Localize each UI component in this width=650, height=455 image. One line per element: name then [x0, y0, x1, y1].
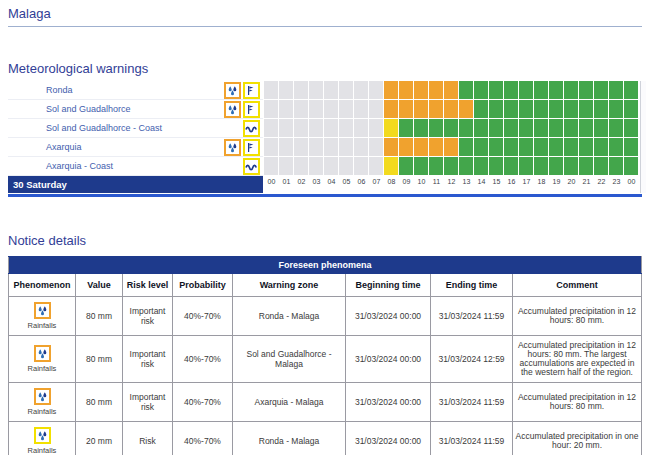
warning-cell — [459, 138, 473, 156]
column-header: Risk level — [123, 274, 173, 297]
phenomenon-cell: Rainfalls — [9, 336, 76, 383]
beginning-time-cell: 31/03/2024 00:00 — [346, 383, 431, 422]
hour-tick: 11 — [429, 178, 444, 185]
ending-time-cell: 31/03/2024 11:59 — [431, 383, 513, 422]
phenomenon-label: Rainfalls — [11, 364, 73, 373]
warning-cell — [399, 119, 413, 137]
coastal-icon — [243, 120, 260, 137]
warning-cell — [339, 119, 353, 137]
warning-cell — [279, 157, 293, 175]
hour-tick: 18 — [534, 178, 549, 185]
warning-cell — [549, 81, 563, 99]
rain-icon — [224, 139, 241, 156]
warning-cell — [444, 81, 458, 99]
warning-cell — [579, 81, 593, 99]
chart-scrollbar[interactable] — [640, 81, 646, 193]
hour-tick: 15 — [489, 178, 504, 185]
warning-cell — [414, 157, 428, 175]
warning-cell — [414, 81, 428, 99]
column-header: Comment — [513, 274, 642, 297]
warning-cell — [339, 138, 353, 156]
warning-cell — [504, 119, 518, 137]
value-cell: 20 mm — [76, 422, 123, 455]
risk-level-cell: Important risk — [123, 336, 173, 383]
warning-cell — [504, 157, 518, 175]
warning-cell — [369, 138, 383, 156]
warning-cell — [264, 138, 278, 156]
warning-cell — [489, 119, 503, 137]
notice-section-heading: Notice details — [8, 233, 642, 248]
warning-cell — [624, 81, 638, 99]
phenomenon-label: Rainfalls — [11, 446, 73, 455]
warning-cell — [624, 119, 638, 137]
beginning-time-cell: 31/03/2024 00:00 — [346, 422, 431, 455]
warning-cell — [444, 119, 458, 137]
warning-cell — [549, 138, 563, 156]
warning-cell — [594, 157, 608, 175]
table-row: Rainfalls80 mmImportant risk40%-70%Axarq… — [9, 383, 642, 422]
column-header: Phenomenon — [9, 274, 76, 297]
beginning-time-cell: 31/03/2024 00:00 — [346, 297, 431, 336]
warning-cell — [294, 119, 308, 137]
warning-cell — [279, 100, 293, 118]
warning-cell — [474, 138, 488, 156]
warning-cell — [444, 157, 458, 175]
hour-tick: 00 — [264, 178, 279, 185]
warning-cell — [534, 119, 548, 137]
warning-cell — [579, 157, 593, 175]
warning-cell — [489, 138, 503, 156]
phenomenon-label: Rainfalls — [11, 407, 73, 416]
hour-tick: 03 — [309, 178, 324, 185]
warning-cell — [534, 81, 548, 99]
warning-cell — [549, 119, 563, 137]
zone-name: Ronda — [8, 85, 73, 95]
rain-icon — [34, 427, 51, 444]
table-row: Rainfalls20 mmRisk40%-70%Ronda - Malaga3… — [9, 422, 642, 455]
warning-cell — [294, 157, 308, 175]
hour-tick: 04 — [324, 178, 339, 185]
phenomenon-cell: Rainfalls — [9, 383, 76, 422]
zone-name: Sol and Guadalhorce — [8, 104, 131, 114]
hour-tick: 16 — [504, 178, 519, 185]
warning-cell — [429, 100, 443, 118]
hour-axis: 0001020304050607080910111213141516171819… — [263, 176, 639, 185]
warning-cell — [519, 119, 533, 137]
zone-warning-icons — [224, 82, 263, 99]
warning-cell — [384, 138, 398, 156]
hour-tick: 09 — [399, 178, 414, 185]
comment-cell: Accumulated precipitation in 12 hours: 8… — [513, 383, 642, 422]
page: Malaga Meteorological warnings RondaSol … — [0, 6, 650, 455]
warning-cell — [309, 138, 323, 156]
warning-cell — [369, 157, 383, 175]
warning-cell — [414, 138, 428, 156]
warning-cell — [504, 81, 518, 99]
warning-cell — [369, 119, 383, 137]
warning-cell — [324, 157, 338, 175]
warning-cell — [609, 157, 623, 175]
warning-cell — [594, 100, 608, 118]
warning-cell — [474, 100, 488, 118]
warning-cell — [594, 81, 608, 99]
ending-time-cell: 31/03/2024 11:59 — [431, 422, 513, 455]
hour-tick: 01 — [279, 178, 294, 185]
warning-cell — [324, 138, 338, 156]
warning-cell — [429, 119, 443, 137]
zone-row-header: Ronda — [8, 81, 263, 100]
warning-cell — [549, 157, 563, 175]
warning-cell — [354, 100, 368, 118]
rain-icon — [224, 82, 241, 99]
warning-cell — [294, 138, 308, 156]
zone-timeline — [263, 81, 638, 100]
warning-cell — [609, 119, 623, 137]
warning-cell — [594, 138, 608, 156]
rain-icon — [224, 101, 241, 118]
warning-cell — [279, 138, 293, 156]
warning-cell — [459, 119, 473, 137]
warning-cell — [564, 100, 578, 118]
warning-cell — [339, 81, 353, 99]
warning-cell — [519, 81, 533, 99]
day-label: 30 Saturday — [8, 176, 263, 193]
warning-cell — [339, 100, 353, 118]
coastal-icon — [243, 158, 260, 175]
warning-cell — [624, 138, 638, 156]
